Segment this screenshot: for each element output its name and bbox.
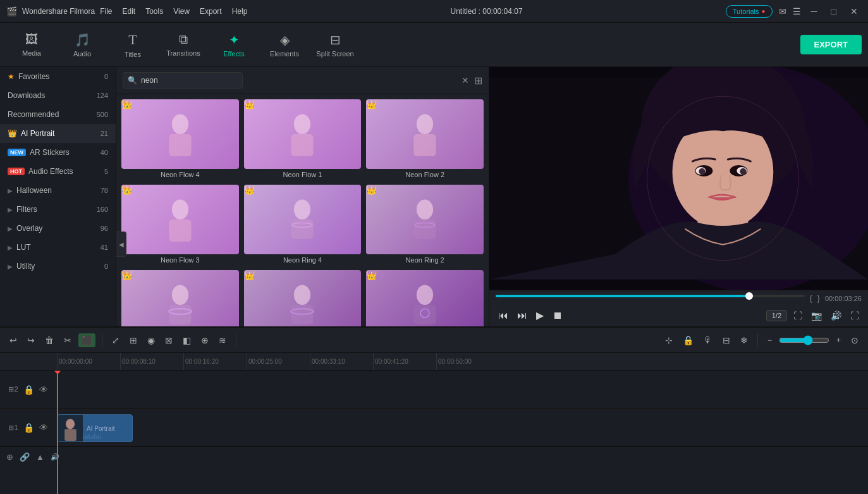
menu-edit[interactable]: Edit [123,7,136,16]
tool-media[interactable]: 🖼 Media [6,26,57,64]
redo-button[interactable]: ↪ [24,333,38,347]
color-correct-button[interactable]: ◉ [144,333,158,347]
effect-card-neon-ring-2[interactable]: 👑 Neon Ring 2 [364,182,486,268]
tool-titles[interactable]: T Titles [107,26,158,64]
mark-in-button[interactable]: ⊞ [126,333,140,347]
mail-icon[interactable]: ✉ [779,6,786,16]
sidebar-item-utility[interactable]: ▶ Utility 0 [0,257,116,276]
crop2-button[interactable]: ⊠ [162,333,176,347]
effect-card-neon-flow-4[interactable]: 👑 Neon Flow 4 [119,97,241,182]
lut-arrow-icon: ▶ [8,244,13,251]
sidebar-item-halloween[interactable]: ▶ Halloween 78 [0,181,116,200]
fullscreen-button[interactable]: ⛶ [791,309,805,322]
menu-file[interactable]: File [100,7,112,16]
effect-thumb-neon-flow-2 [366,99,484,169]
track-eye-1[interactable]: 👁 [39,423,48,433]
sidebar-item-ar-stickers[interactable]: NEW AR Stickers 40 [0,143,116,162]
effect-label-neon-flow-4: Neon Flow 4 [121,169,239,180]
crown-badge-8: 👑 [244,270,255,280]
utility-arrow-icon: ▶ [8,263,13,270]
snap-button[interactable]: ⊹ [662,333,676,347]
tool-split-screen[interactable]: ⊟ Split Screen [310,26,360,64]
sidebar-item-favorites[interactable]: ★ Favorites 0 [0,67,116,86]
sidebar-collapse-button[interactable]: ◀ [116,232,126,257]
captions-button[interactable]: ⊟ [719,333,733,347]
tool-transitions[interactable]: ⧉ Transitions [158,26,209,64]
sidebar-favorites-count: 0 [104,73,108,80]
sidebar-item-overlay[interactable]: ▶ Overlay 96 [0,219,116,238]
fit-button[interactable]: ⊙ [848,333,862,347]
preview-progress-bar[interactable] [496,295,805,297]
sidebar-favorites-label: Favorites [18,72,49,81]
maximize-button[interactable]: □ [828,5,840,18]
effect-card-neon-ring-r3-3[interactable]: 👑 Neon Flow [364,268,486,326]
sidebar-item-downloads[interactable]: Downloads 124 [0,86,116,105]
crop-button[interactable]: ⬛ [78,333,95,347]
transform-button[interactable]: ⊕ [198,333,212,347]
svg-point-14 [172,285,188,306]
lock-button[interactable]: 🔒 [680,333,697,347]
effect-card-neon-flow-1[interactable]: 👑 Neon Flow 1 [241,97,364,182]
undo-button[interactable]: ↩ [6,333,20,347]
motion-button[interactable]: ◧ [180,333,194,347]
effect-thumb-neon-flow-4 [121,99,239,169]
tool-elements[interactable]: ◈ Elements [259,26,310,64]
track-content-1[interactable]: AI Portrait [57,409,868,446]
play-button[interactable]: ▶ [534,308,546,323]
settings-button[interactable]: ⛶ [848,309,862,322]
sidebar-item-recommended[interactable]: Recommended 500 [0,105,116,124]
track-lock-2[interactable]: 🔒 [23,385,34,395]
effect-card-neon-flow-2[interactable]: 👑 Neon Flow 2 [364,97,486,182]
sidebar-recommended-count: 500 [97,111,108,118]
audio-mix-button[interactable]: ≋ [216,333,229,347]
tool-audio[interactable]: 🎵 Audio [57,26,107,64]
fast-rewind-button[interactable]: ⏭ [515,309,530,323]
ruler-time-0: 00:00:00:00 [57,353,120,371]
effect-card-neon-ring-4[interactable]: 👑 Neon Ring 4 [241,182,364,268]
sidebar-item-lut[interactable]: ▶ LUT 41 [0,238,116,257]
mic-button[interactable]: 🎙 [700,333,716,347]
menu-export[interactable]: Export [200,7,222,16]
track-lock-1[interactable]: 🔒 [23,423,34,433]
close-button[interactable]: ✕ [847,5,862,18]
effect-card-neon-ring-r3-2[interactable]: 👑 Neon Ring 3 [241,268,364,326]
timeline-toolbar: ↩ ↪ 🗑 ✂ ⬛ ⤢ ⊞ ◉ ⊠ ◧ ⊕ ≋ ⊹ 🔒 🎙 ⊟ ❄ − + ⊙ [0,328,868,353]
menu-help[interactable]: Help [232,7,248,16]
sidebar-item-filters[interactable]: ▶ Filters 160 [0,200,116,219]
search-input[interactable] [123,72,243,89]
menu-icon[interactable]: ☰ [793,6,801,16]
grid-options-button[interactable]: ⊞ [474,75,482,87]
minimize-button[interactable]: ─ [807,5,821,18]
tutorials-button[interactable]: Tutorials ● [726,5,773,18]
export-button[interactable]: EXPORT [800,35,862,54]
zoom-out-button[interactable]: − [764,334,775,347]
cut-button[interactable]: ✂ [61,333,75,347]
track-eye-2[interactable]: 👁 [39,385,48,395]
track-clip-ai-portrait[interactable]: AI Portrait [57,414,133,442]
menu-view[interactable]: View [173,7,190,16]
resolution-selector[interactable]: 1/2 [766,310,787,321]
zoom-fit-button[interactable]: ⤢ [109,333,123,347]
volume-button[interactable]: 🔊 [828,309,844,322]
timeline-cursor[interactable] [57,371,58,494]
effect-card-neon-flow-3[interactable]: 👑 Neon Flow 3 [119,182,241,268]
screenshot-button[interactable]: 📷 [809,309,824,322]
track-content-2[interactable] [57,371,868,408]
svg-point-6 [172,200,188,220]
menu-tools[interactable]: Tools [145,7,163,16]
effect-card-neon-ring-r3-1[interactable]: 👑 Neon Ring [119,268,241,326]
zoom-in-button[interactable]: + [833,334,844,347]
delete-button[interactable]: 🗑 [42,333,57,347]
link-icon[interactable]: 🔗 [20,452,30,462]
tool-effects[interactable]: ✦ Effects [209,26,259,64]
stop-button[interactable]: ⏹ [550,309,565,323]
zoom-slider[interactable] [779,335,829,345]
sidebar-item-audio-effects[interactable]: HOT Audio Effects 5 [0,162,116,181]
step-back-button[interactable]: ⏮ [496,309,511,323]
freeze-button[interactable]: ❄ [737,333,751,347]
transitions-icon: ⧉ [179,32,188,47]
effect-thumb-neon-flow-1 [244,99,362,169]
search-clear-button[interactable]: ✕ [462,75,469,85]
add-track-icon[interactable]: ⊕ [6,452,13,462]
sidebar-item-ai-portrait[interactable]: 👑 AI Portrait 21 [0,124,116,143]
